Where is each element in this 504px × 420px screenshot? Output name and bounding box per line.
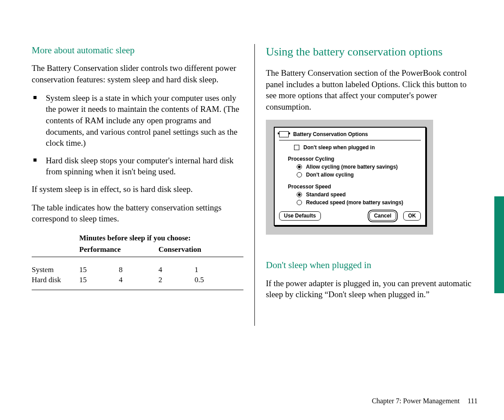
radio-label: Standard speed (306, 192, 346, 198)
heading-dont-sleep-when-plugged-in: Don't sleep when plugged in (266, 259, 478, 271)
radio-dont-allow-cycling[interactable]: Don't allow cycling (297, 171, 421, 178)
left-column: More about automatic sleep The Battery C… (32, 44, 254, 326)
checkbox-label: Don't sleep when plugged in (303, 144, 375, 151)
battery-conservation-options-dialog: Battery Conservation Options Don't sleep… (274, 127, 426, 226)
cell: 4 (158, 265, 195, 275)
sleep-times-table: Minutes before sleep if you choose: Perf… (32, 233, 243, 290)
checkbox-row[interactable]: Don't sleep when plugged in (279, 144, 421, 151)
body-text: The Battery Conservation slider controls… (32, 63, 243, 85)
cell: 2 (158, 275, 195, 285)
use-defaults-button[interactable]: Use Defaults (279, 211, 321, 221)
cell: 15 (79, 265, 119, 275)
body-text: If system sleep is in effect, so is hard… (32, 184, 243, 195)
heading-using-battery-conservation-options: Using the battery conservation options (266, 44, 478, 59)
group-label-processor-speed: Processor Speed (288, 183, 421, 190)
col-header-conservation: Conservation (158, 245, 195, 255)
radio-label: Reduced speed (more battery savings) (306, 199, 403, 206)
ok-button[interactable]: OK (403, 211, 421, 221)
page-number: 111 (467, 397, 478, 405)
cell: 4 (119, 275, 158, 285)
dialog-title: Battery Conservation Options (293, 131, 368, 138)
table-header-row: Performance Conservation (32, 245, 243, 257)
col-header-performance: Performance (79, 245, 119, 255)
radio-label: Allow cycling (more battery savings) (306, 164, 398, 170)
battery-icon (279, 131, 289, 137)
radio-icon (297, 164, 302, 169)
radio-standard-speed[interactable]: Standard speed (297, 191, 421, 198)
page-footer: Chapter 7: Power Management 111 (372, 397, 478, 405)
dialog-screenshot: Battery Conservation Options Don't sleep… (266, 120, 433, 235)
body-text: If the power adapter is plugged in, you … (266, 278, 478, 300)
radio-icon (297, 192, 302, 197)
cancel-button[interactable]: Cancel (369, 211, 396, 221)
radio-reduced-speed[interactable]: Reduced speed (more battery savings) (297, 199, 421, 206)
row-label: System (32, 265, 79, 275)
group-label-processor-cycling: Processor Cycling (288, 155, 421, 162)
table-caption: Minutes before sleep if you choose: (79, 233, 243, 243)
radio-icon (297, 200, 302, 205)
heading-more-about-automatic-sleep: More about automatic sleep (32, 44, 243, 56)
body-text: The table indicates how the battery cons… (32, 202, 243, 225)
cell: 8 (119, 265, 158, 275)
checkbox-icon (294, 145, 299, 150)
bullet-list: System sleep is a state in which your co… (32, 92, 243, 177)
body-text: The Battery Conservation section of the … (266, 67, 478, 113)
table-row: Hard disk 15 4 2 0.5 (32, 275, 243, 285)
radio-label: Don't allow cycling (306, 172, 353, 178)
radio-allow-cycling[interactable]: Allow cycling (more battery savings) (297, 163, 421, 170)
section-tab-marker (494, 196, 504, 293)
right-column: Using the battery conservation options T… (254, 44, 478, 326)
list-item: Hard disk sleep stops your computer's in… (32, 155, 243, 177)
radio-icon (297, 172, 302, 177)
cell: 0.5 (195, 275, 221, 285)
cell: 15 (79, 275, 119, 285)
chapter-label: Chapter 7: Power Management (372, 397, 460, 405)
row-label: Hard disk (32, 275, 79, 285)
table-row: System 15 8 4 1 (32, 265, 243, 275)
list-item: System sleep is a state in which your co… (32, 92, 243, 149)
cell: 1 (195, 265, 221, 275)
